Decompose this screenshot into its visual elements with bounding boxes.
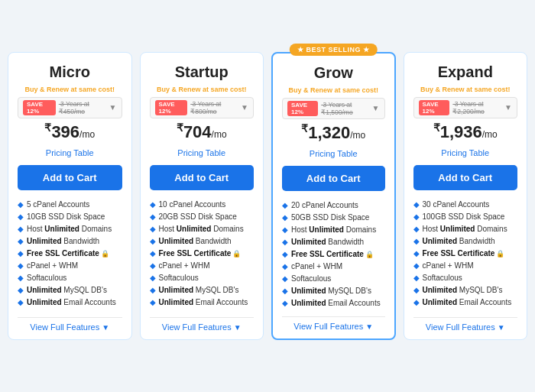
- feature-item: ◆ Unlimited MySQL DB's: [150, 283, 255, 296]
- features-list: ◆ 5 cPanel Accounts ◆ 10GB SSD Disk Spac…: [18, 198, 122, 309]
- pricing-table-anchor[interactable]: Pricing Table: [310, 149, 358, 158]
- feature-item: ◆ Free SSL Certificate🔒: [150, 247, 255, 259]
- pricing-table-link[interactable]: Pricing Table: [282, 146, 385, 160]
- features-list: ◆ 30 cPanel Accounts ◆ 100GB SSD Disk Sp…: [413, 198, 518, 309]
- feature-item: ◆ 30 cPanel Accounts: [413, 198, 518, 210]
- plan-name: Micro: [18, 63, 122, 81]
- dropdown-arrow-icon[interactable]: ▼: [504, 103, 512, 112]
- current-price: ₹396/mo: [18, 121, 122, 142]
- feature-item: ◆ Free SSL Certificate🔒: [413, 247, 518, 259]
- currency-symbol: ₹: [433, 121, 440, 134]
- pricing-table-link[interactable]: Pricing Table: [413, 145, 518, 159]
- feature-item: ◆ 20 cPanel Accounts: [282, 199, 385, 211]
- pricing-table-anchor[interactable]: Pricing Table: [177, 148, 225, 157]
- pricing-grid: Micro Buy & Renew at same cost! SAVE 12%…: [8, 52, 527, 340]
- dropdown-arrow-icon[interactable]: ▼: [109, 103, 117, 112]
- check-icon: ◆: [150, 298, 156, 306]
- check-icon: ◆: [282, 225, 288, 234]
- lock-icon: 🔒: [496, 250, 504, 258]
- check-icon: ◆: [413, 286, 420, 294]
- save-row: SAVE 12% 3 Years at ₹1,500/mo ▼: [282, 98, 385, 119]
- save-row: SAVE 12% 3 Years at ₹2,200/mo ▼: [413, 97, 518, 118]
- lock-icon: 🔒: [365, 251, 374, 258]
- feature-item: ◆ Unlimited Email Accounts: [18, 296, 122, 308]
- check-icon: ◆: [150, 249, 156, 258]
- plan-name: Grow: [282, 64, 385, 82]
- feature-item: ◆ Softaculous: [413, 271, 518, 283]
- current-price: ₹704/mo: [150, 121, 255, 142]
- dropdown-arrow-icon[interactable]: ▼: [372, 104, 380, 112]
- promo-text: Buy & Renew at same cost!: [282, 86, 385, 94]
- pricing-table-anchor[interactable]: Pricing Table: [46, 148, 94, 157]
- check-icon: ◆: [413, 274, 420, 282]
- check-icon: ◆: [150, 286, 156, 294]
- feature-item: ◆ Host Unlimited Domains: [413, 222, 518, 235]
- check-icon: ◆: [18, 212, 24, 221]
- view-full-features[interactable]: View Full Features ▼: [150, 317, 255, 332]
- features-list: ◆ 10 cPanel Accounts ◆ 20GB SSD Disk Spa…: [150, 198, 255, 309]
- view-full-features-label: View Full Features: [426, 322, 495, 332]
- check-icon: ◆: [413, 200, 420, 209]
- check-icon: ◆: [18, 261, 24, 270]
- feature-item: ◆ Free SSL Certificate🔒: [282, 248, 385, 260]
- check-icon: ◆: [413, 249, 420, 258]
- check-icon: ◆: [282, 299, 288, 307]
- dropdown-arrow-icon[interactable]: ▼: [241, 103, 248, 112]
- check-icon: ◆: [18, 225, 24, 233]
- add-to-cart-button[interactable]: Add to Cart: [413, 165, 518, 190]
- view-full-features[interactable]: View Full Features ▼: [18, 317, 122, 332]
- feature-item: ◆ Unlimited MySQL DB's: [18, 283, 122, 296]
- feature-item: ◆ cPanel + WHM: [150, 259, 255, 271]
- feature-item: ◆ 20GB SSD Disk Space: [150, 210, 255, 222]
- feature-item: ◆ Unlimited Email Accounts: [282, 296, 385, 309]
- check-icon: ◆: [18, 274, 24, 282]
- check-icon: ◆: [150, 225, 156, 233]
- pricing-table-link[interactable]: Pricing Table: [150, 145, 255, 159]
- check-icon: ◆: [413, 261, 420, 270]
- check-icon: ◆: [150, 212, 156, 221]
- add-to-cart-button[interactable]: Add to Cart: [18, 165, 122, 190]
- term-price: 3 Years at ₹800/mo: [190, 100, 239, 115]
- promo-text: Buy & Renew at same cost!: [413, 86, 518, 93]
- check-icon: ◆: [18, 298, 24, 306]
- plan-name: Expand: [413, 63, 518, 81]
- view-full-features-label: View Full Features: [293, 322, 363, 331]
- plan-card-micro: Micro Buy & Renew at same cost! SAVE 12%…: [8, 52, 132, 340]
- check-icon: ◆: [150, 237, 156, 245]
- feature-item: ◆ Free SSL Certificate🔒: [18, 247, 122, 259]
- feature-item: ◆ Host Unlimited Domains: [18, 222, 122, 235]
- view-full-features-label: View Full Features: [30, 322, 99, 332]
- pricing-table-anchor[interactable]: Pricing Table: [441, 148, 489, 157]
- lock-icon: 🔒: [101, 250, 109, 258]
- check-icon: ◆: [282, 287, 288, 295]
- check-icon: ◆: [18, 286, 24, 294]
- check-icon: ◆: [282, 274, 288, 283]
- view-full-features[interactable]: View Full Features ▼: [413, 317, 518, 332]
- feature-item: ◆ Host Unlimited Domains: [150, 222, 255, 235]
- check-icon: ◆: [282, 201, 288, 209]
- term-price: 3 Years at ₹450/mo: [59, 100, 108, 115]
- lock-icon: 🔒: [232, 250, 241, 258]
- check-icon: ◆: [413, 212, 420, 221]
- feature-item: ◆ cPanel + WHM: [282, 260, 385, 272]
- check-icon: ◆: [282, 250, 288, 258]
- check-icon: ◆: [150, 200, 156, 209]
- plan-card-grow: ★ BEST SELLING ★ Grow Buy & Renew at sam…: [271, 52, 396, 340]
- pricing-table-link[interactable]: Pricing Table: [18, 145, 122, 159]
- per-mo: /mo: [350, 130, 365, 141]
- add-to-cart-button[interactable]: Add to Cart: [150, 165, 255, 190]
- plan-card-startup: Startup Buy & Renew at same cost! SAVE 1…: [140, 52, 264, 340]
- plan-card-expand: Expand Buy & Renew at same cost! SAVE 12…: [404, 52, 528, 340]
- save-badge: SAVE 12%: [155, 100, 188, 115]
- view-full-features-label: View Full Features: [162, 322, 232, 332]
- feature-item: ◆ Unlimited MySQL DB's: [282, 284, 385, 296]
- view-full-features[interactable]: View Full Features ▼: [282, 316, 385, 331]
- add-to-cart-button[interactable]: Add to Cart: [282, 166, 385, 191]
- check-icon: ◆: [282, 213, 288, 222]
- feature-item: ◆ Unlimited MySQL DB's: [413, 283, 518, 296]
- currency-symbol: ₹: [44, 121, 51, 134]
- feature-item: ◆ cPanel + WHM: [413, 259, 518, 271]
- check-icon: ◆: [413, 237, 420, 245]
- feature-item: ◆ 5 cPanel Accounts: [18, 198, 122, 210]
- check-icon: ◆: [18, 200, 24, 209]
